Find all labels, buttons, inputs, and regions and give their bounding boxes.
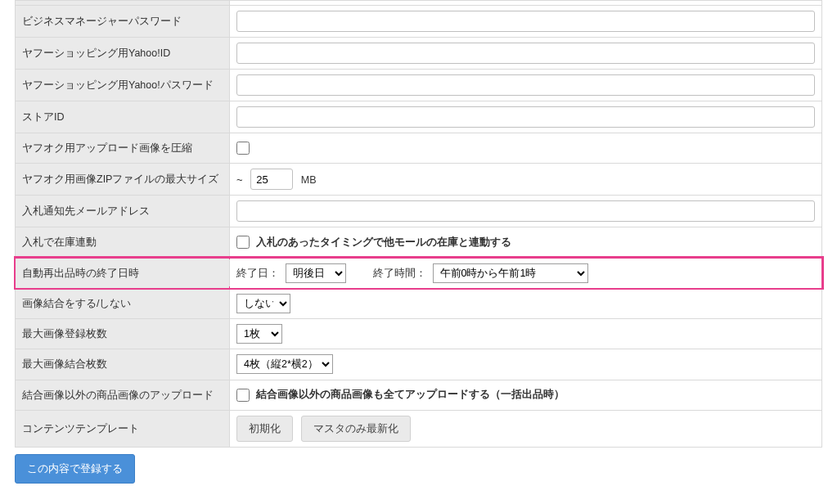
row-yshop-yid: ヤフーショッピング用Yahoo!ID: [16, 38, 822, 70]
label-non-merge-upload: 結合画像以外の商品画像のアップロード: [16, 380, 230, 410]
checkbox-yauc-img-compress[interactable]: [236, 142, 250, 155]
row-bid-notify-mail: 入札通知先メールアドレス: [16, 196, 822, 227]
tilde-prefix: ~: [236, 173, 243, 186]
label-auto-relist-end: 自動再出品時の終了日時: [16, 258, 230, 288]
checkbox-non-merge-upload[interactable]: [236, 389, 250, 402]
label-yauc-zip-max: ヤフオク用画像ZIPファイルの最大サイズ: [16, 164, 230, 196]
label-img-merge: 画像結合をする/しない: [16, 288, 230, 318]
row-non-merge-upload: 結合画像以外の商品画像のアップロード 結合画像以外の商品画像も全てアップロードす…: [16, 380, 822, 410]
end-day-label: 終了日：: [236, 268, 279, 279]
label-bid-notify-mail: 入札通知先メールアドレス: [16, 196, 230, 227]
unit-mb: MB: [301, 174, 317, 186]
select-end-time[interactable]: 午前0時から午前1時: [433, 263, 588, 283]
settings-table: ビジネスマネージャーパスワード ヤフーショッピング用Yahoo!ID ヤフーショ…: [15, 0, 822, 448]
label-yshop-ypw: ヤフーショッピング用Yahoo!パスワード: [16, 70, 230, 101]
label-yshop-yid: ヤフーショッピング用Yahoo!ID: [16, 38, 230, 70]
label-biz-mgr-pw: ビジネスマネージャーパスワード: [16, 6, 230, 38]
row-max-merge-count: 最大画像結合枚数 4枚（縦2*横2）: [16, 349, 822, 380]
row-yauc-zip-max: ヤフオク用画像ZIPファイルの最大サイズ ~ MB: [16, 164, 822, 196]
row-max-img-count: 最大画像登録枚数 1枚: [16, 319, 822, 349]
row-yauc-img-compress: ヤフオク用アップロード画像を圧縮: [16, 133, 822, 164]
cb-label-bid-stock-link: 入札のあったタイミングで他モールの在庫と連動する: [256, 236, 511, 248]
input-store-id[interactable]: [236, 106, 815, 128]
label-content-tpl: コンテンツテンプレート: [16, 410, 230, 447]
row-bid-stock-link: 入札で在庫連動 入札のあったタイミングで他モールの在庫と連動する: [16, 227, 822, 258]
input-yshop-yid[interactable]: [236, 43, 815, 64]
end-time-label: 終了時間：: [373, 268, 426, 279]
btn-tpl-latest[interactable]: マスタのみ最新化: [301, 416, 411, 442]
row-biz-mgr-pw: ビジネスマネージャーパスワード: [16, 6, 822, 38]
btn-tpl-init[interactable]: 初期化: [236, 416, 293, 442]
input-bid-notify-mail[interactable]: [236, 200, 815, 222]
row-store-id: ストアID: [16, 101, 822, 133]
checkbox-bid-stock-link[interactable]: [236, 236, 250, 249]
submit-button[interactable]: この内容で登録する: [15, 454, 135, 484]
cb-label-non-merge-upload: 結合画像以外の商品画像も全てアップロードする（一括出品時）: [256, 389, 565, 400]
select-img-merge[interactable]: しない: [236, 294, 290, 313]
input-yauc-zip-max[interactable]: [250, 169, 293, 190]
label-max-merge-count: 最大画像結合枚数: [16, 349, 230, 380]
label-max-img-count: 最大画像登録枚数: [16, 319, 230, 349]
select-max-img-count[interactable]: 1枚: [236, 324, 282, 344]
input-biz-mgr-pw[interactable]: [236, 11, 815, 32]
select-max-merge-count[interactable]: 4枚（縦2*横2）: [236, 354, 333, 374]
row-img-merge: 画像結合をする/しない しない: [16, 288, 822, 318]
row-auto-relist-end: 自動再出品時の終了日時 終了日： 明後日 終了時間： 午前0時から午前1時: [16, 258, 822, 288]
label-store-id: ストアID: [16, 101, 230, 133]
select-end-day[interactable]: 明後日: [286, 263, 346, 283]
label-yauc-img-compress: ヤフオク用アップロード画像を圧縮: [16, 133, 230, 164]
input-yshop-ypw[interactable]: [236, 74, 815, 96]
row-yshop-ypw: ヤフーショッピング用Yahoo!パスワード: [16, 70, 822, 101]
row-content-tpl: コンテンツテンプレート 初期化 マスタのみ最新化: [16, 410, 822, 447]
label-bid-stock-link: 入札で在庫連動: [16, 227, 230, 258]
